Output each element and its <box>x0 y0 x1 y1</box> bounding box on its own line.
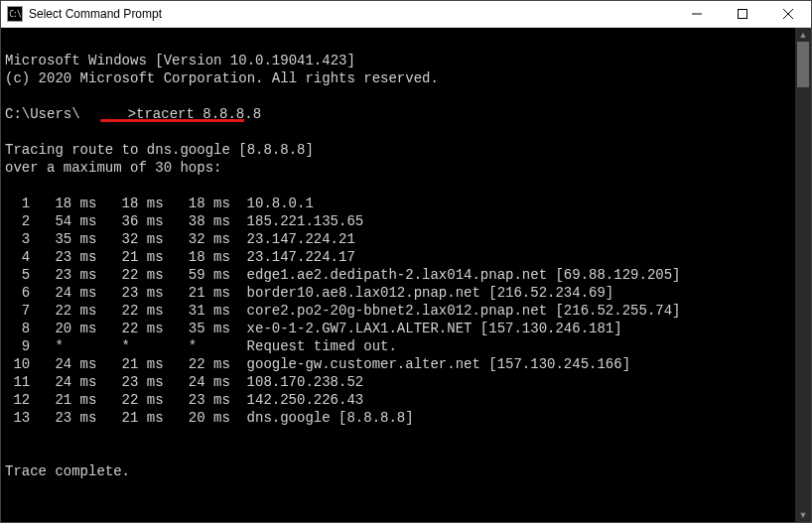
hop-row: 335 ms32 ms32 ms23.147.224.21 <box>5 230 789 248</box>
vertical-scrollbar[interactable]: ▲ ▼ <box>795 28 811 522</box>
hop-time-2: 21 ms <box>96 248 163 266</box>
hop-row: 722 ms22 ms31 mscore2.po2-20g-bbnet2.lax… <box>5 302 789 320</box>
hop-destination: edge1.ae2.dedipath-2.lax014.pnap.net [69… <box>247 267 681 283</box>
hop-time-3: 38 ms <box>164 212 230 230</box>
scroll-thumb[interactable] <box>797 42 809 87</box>
hop-destination: dns.google [8.8.8.8] <box>247 410 414 426</box>
hop-number: 13 <box>5 409 30 427</box>
hop-number: 5 <box>5 266 30 284</box>
hop-time-1: 18 ms <box>30 195 96 212</box>
banner-line-1: Microsoft Windows [Version 10.0.19041.42… <box>5 53 355 68</box>
hop-time-3: 24 ms <box>164 373 230 391</box>
hop-number: 9 <box>5 337 30 355</box>
hop-time-1: 35 ms <box>30 230 96 248</box>
scroll-down-arrow-icon[interactable]: ▼ <box>795 508 811 522</box>
hop-destination: 108.170.238.52 <box>247 374 364 390</box>
hop-number: 7 <box>5 302 30 320</box>
hop-time-1: 23 ms <box>30 248 96 266</box>
hop-row: 624 ms23 ms21 msborder10.ae8.lax012.pnap… <box>5 284 789 302</box>
window-title: Select Command Prompt <box>29 7 674 21</box>
hop-row: 1124 ms23 ms24 ms108.170.238.52 <box>5 373 789 391</box>
hop-time-3: 20 ms <box>164 409 230 427</box>
terminal-output[interactable]: Microsoft Windows [Version 10.0.19041.42… <box>1 28 795 522</box>
hop-time-3: 18 ms <box>164 195 230 212</box>
hop-time-1: 21 ms <box>30 391 96 409</box>
command-prompt-window: C:\ Select Command Prompt Microsoft Wind… <box>0 0 812 523</box>
client-area: Microsoft Windows [Version 10.0.19041.42… <box>1 28 811 522</box>
hop-number: 1 <box>5 195 30 212</box>
hop-time-1: 22 ms <box>30 302 96 320</box>
hop-destination: 142.250.226.43 <box>247 392 364 408</box>
hop-destination: border10.ae8.lax012.pnap.net [216.52.234… <box>247 285 614 301</box>
hop-row: 118 ms18 ms18 ms10.8.0.1 <box>5 195 789 212</box>
hop-row: 523 ms22 ms59 msedge1.ae2.dedipath-2.lax… <box>5 266 789 284</box>
hop-time-3: 18 ms <box>164 248 230 266</box>
hop-row: 9* * * Request timed out. <box>5 337 789 355</box>
hop-destination: 185.221.135.65 <box>247 213 364 229</box>
hop-time-1: 24 ms <box>30 355 96 373</box>
hop-number: 4 <box>5 248 30 266</box>
hop-time-1: 24 ms <box>30 284 96 302</box>
hop-time-3: 22 ms <box>164 355 230 373</box>
hop-row: 1323 ms21 ms20 msdns.google [8.8.8.8] <box>5 409 789 427</box>
hop-time-2: 22 ms <box>96 302 163 320</box>
hop-time-1: 20 ms <box>30 320 96 337</box>
hop-time-3: 59 ms <box>164 266 230 284</box>
annotation-underline <box>100 119 244 122</box>
hop-time-3: 31 ms <box>164 302 230 320</box>
hop-destination: core2.po2-20g-bbnet2.lax012.pnap.net [21… <box>247 303 681 319</box>
hop-time-2: 23 ms <box>96 373 163 391</box>
hop-time-3: 35 ms <box>164 320 230 337</box>
cmd-icon: C:\ <box>7 6 23 22</box>
banner-line-2: (c) 2020 Microsoft Corporation. All righ… <box>5 70 439 86</box>
hop-destination: 10.8.0.1 <box>247 196 314 211</box>
hop-row: 254 ms36 ms38 ms185.221.135.65 <box>5 212 789 230</box>
hop-time-2: 21 ms <box>96 355 163 373</box>
prompt-prefix: C:\Users\ <box>5 106 80 122</box>
hop-row: 423 ms21 ms18 ms23.147.224.17 <box>5 248 789 266</box>
hop-number: 2 <box>5 212 30 230</box>
hop-time-3: * <box>164 337 230 355</box>
hop-time-2: 21 ms <box>96 409 163 427</box>
hop-time-3: 23 ms <box>164 391 230 409</box>
window-controls <box>674 1 811 27</box>
hop-number: 3 <box>5 230 30 248</box>
hop-time-1: 23 ms <box>30 266 96 284</box>
hop-number: 12 <box>5 391 30 409</box>
hop-row: 1221 ms22 ms23 ms142.250.226.43 <box>5 391 789 409</box>
trace-complete: Trace complete. <box>5 463 130 479</box>
close-button[interactable] <box>765 1 811 27</box>
hop-destination: google-gw.customer.alter.net [157.130.24… <box>247 356 630 372</box>
hop-number: 8 <box>5 320 30 337</box>
hop-number: 11 <box>5 373 30 391</box>
trace-heading-2: over a maximum of 30 hops: <box>5 160 221 176</box>
hop-destination: xe-0-1-2.GW7.LAX1.ALTER.NET [157.130.246… <box>247 321 622 336</box>
hop-destination: 23.147.224.21 <box>247 231 355 247</box>
hop-time-1: 24 ms <box>30 373 96 391</box>
hop-destination: 23.147.224.17 <box>247 249 355 265</box>
svg-rect-1 <box>739 10 747 19</box>
titlebar[interactable]: C:\ Select Command Prompt <box>1 1 811 28</box>
trace-heading-1: Tracing route to dns.google [8.8.8.8] <box>5 142 314 158</box>
hop-destination: Request timed out. <box>247 338 397 354</box>
hop-row: 1024 ms21 ms22 msgoogle-gw.customer.alte… <box>5 355 789 373</box>
hop-time-2: * <box>96 337 163 355</box>
hop-row: 820 ms22 ms35 msxe-0-1-2.GW7.LAX1.ALTER.… <box>5 320 789 337</box>
scroll-up-arrow-icon[interactable]: ▲ <box>795 28 811 42</box>
hop-time-2: 22 ms <box>96 266 163 284</box>
hop-time-2: 22 ms <box>96 391 163 409</box>
hop-time-1: 54 ms <box>30 212 96 230</box>
hop-list: 118 ms18 ms18 ms10.8.0.1254 ms36 ms38 ms… <box>5 195 789 427</box>
hop-time-3: 32 ms <box>164 230 230 248</box>
hop-number: 10 <box>5 355 30 373</box>
minimize-button[interactable] <box>674 1 720 27</box>
hop-time-2: 23 ms <box>96 284 163 302</box>
hop-time-2: 22 ms <box>96 320 163 337</box>
hop-number: 6 <box>5 284 30 302</box>
hop-time-2: 36 ms <box>96 212 163 230</box>
maximize-button[interactable] <box>720 1 765 27</box>
hop-time-2: 18 ms <box>96 195 163 212</box>
hop-time-1: 23 ms <box>30 409 96 427</box>
hop-time-3: 21 ms <box>164 284 230 302</box>
hop-time-1: * <box>30 337 96 355</box>
